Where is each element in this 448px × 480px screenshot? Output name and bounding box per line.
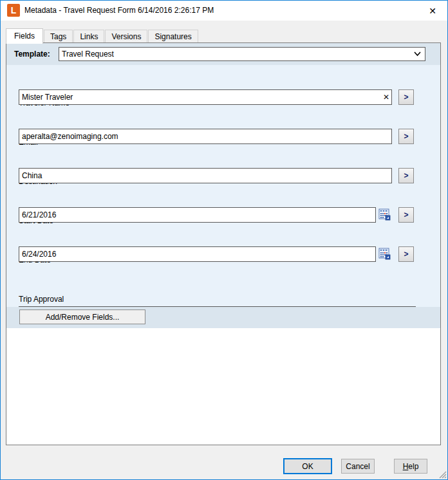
- cancel-button[interactable]: Cancel: [341, 459, 375, 474]
- close-icon: ✕: [429, 6, 436, 16]
- close-button[interactable]: ✕: [418, 1, 447, 21]
- end-date-input[interactable]: [19, 246, 376, 262]
- chevron-down-icon: [414, 51, 421, 57]
- template-label: Template:: [14, 43, 50, 65]
- tab-links[interactable]: Links: [73, 30, 104, 43]
- tab-tags[interactable]: Tags: [44, 30, 73, 43]
- tab-strip: Fields Tags Links Versions Signatures: [1, 21, 447, 43]
- resize-grip[interactable]: [438, 470, 447, 479]
- email-input[interactable]: [19, 129, 392, 144]
- clear-field-icon[interactable]: ✕: [381, 89, 391, 105]
- end-date-calendar-button[interactable]: [378, 248, 391, 261]
- add-remove-fields-button[interactable]: Add/Remove Fields...: [19, 309, 145, 324]
- metadata-dialog: L Metadata - Travel Request Form 6/14/20…: [0, 0, 448, 480]
- template-bar: Template: Travel Request: [6, 43, 440, 65]
- expand-field-button-destination[interactable]: >: [398, 168, 414, 183]
- traveler-name-input[interactable]: [19, 89, 392, 105]
- template-dropdown[interactable]: Travel Request: [59, 47, 425, 61]
- start-date-calendar-button[interactable]: [378, 208, 391, 221]
- laserfiche-app-icon: L: [7, 4, 20, 17]
- calendar-icon: [378, 248, 391, 260]
- title-bar: L Metadata - Travel Request Form 6/14/20…: [1, 1, 447, 21]
- start-date-input[interactable]: [19, 207, 376, 223]
- expand-field-button-email[interactable]: >: [398, 129, 414, 144]
- help-button[interactable]: Help: [394, 459, 427, 474]
- template-value: Travel Request: [62, 50, 114, 59]
- tab-signatures[interactable]: Signatures: [148, 30, 198, 43]
- dialog-footer: OK Cancel Help: [1, 445, 447, 479]
- empty-panel-area: [6, 328, 440, 445]
- help-button-label: Help: [395, 462, 427, 471]
- field-label-trip-approval: Trip Approval: [19, 295, 64, 304]
- tab-fields[interactable]: Fields: [6, 28, 43, 44]
- expand-field-button-traveler-name[interactable]: >: [398, 89, 414, 105]
- window-title: Metadata - Travel Request Form 6/14/2016…: [24, 1, 214, 21]
- calendar-icon: [378, 208, 391, 221]
- expand-field-button-end-date[interactable]: >: [398, 246, 414, 262]
- ok-button[interactable]: OK: [283, 458, 332, 474]
- expand-field-button-start-date[interactable]: >: [398, 207, 414, 223]
- ok-button-label: OK: [285, 462, 331, 471]
- fields-tab-panel: Template: Travel Request Traveler Name ✕…: [6, 42, 441, 445]
- tab-versions[interactable]: Versions: [105, 30, 147, 43]
- cancel-button-label: Cancel: [342, 462, 374, 471]
- field-actions-bar: Add/Remove Fields...: [6, 307, 440, 328]
- destination-input[interactable]: [19, 168, 392, 183]
